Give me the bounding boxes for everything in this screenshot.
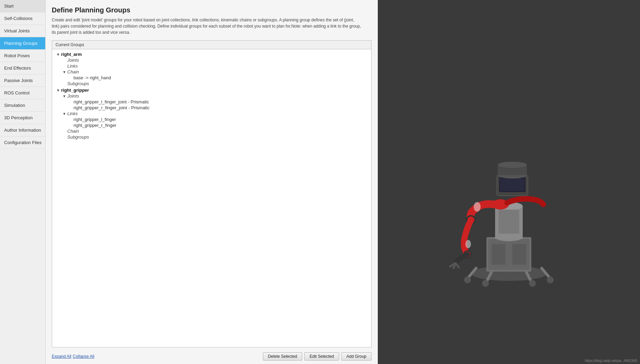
sidebar-item-3d-perception[interactable]: 3D Perception bbox=[0, 112, 45, 124]
tree-grandchild-node[interactable]: right_gripper_l_finger bbox=[69, 117, 370, 122]
tree-node[interactable]: ▼right_gripper bbox=[56, 87, 370, 93]
tree-child-node[interactable]: Links bbox=[62, 63, 370, 69]
tree-label: right_gripper_l_finger bbox=[73, 117, 116, 122]
tree-label: right_gripper_r_finger bbox=[73, 123, 116, 128]
robot-svg bbox=[440, 75, 578, 289]
action-buttons: Delete Selected Edit Selected Add Group bbox=[263, 352, 372, 361]
tree-label: Chain bbox=[67, 69, 79, 74]
tree-node[interactable]: ▼right_arm bbox=[56, 51, 370, 57]
tree-child-node[interactable]: ▼Chain bbox=[62, 69, 370, 75]
collapse-all-button[interactable]: Collapse All bbox=[73, 354, 95, 359]
delete-selected-button[interactable]: Delete Selected bbox=[263, 352, 303, 361]
sidebar-item-end-effectors[interactable]: End Effectors bbox=[0, 62, 45, 74]
tree-grandchild-node[interactable]: base -> right_hand bbox=[69, 75, 370, 81]
svg-point-22 bbox=[498, 162, 527, 168]
tree-label: Links bbox=[67, 63, 78, 69]
robot-visualization bbox=[378, 0, 640, 364]
tree-child-node[interactable]: ▼Joints bbox=[62, 93, 370, 99]
page-title: Define Planning Groups bbox=[52, 6, 372, 14]
svg-point-6 bbox=[547, 276, 554, 283]
url-bar: https://blog.oadp.net/pa...4461940 bbox=[585, 359, 637, 363]
tree-child-node[interactable]: Chain bbox=[62, 128, 370, 134]
tree-label: Subgroups bbox=[67, 81, 89, 86]
tree-container[interactable]: ▼right_armJointsLinks▼Chainbase -> right… bbox=[52, 49, 371, 347]
sidebar-item-self-collisions[interactable]: Self-Collisions bbox=[0, 12, 45, 25]
tree-child-node[interactable]: Subgroups bbox=[62, 81, 370, 87]
expand-collapse-links: Expand All Collapse All bbox=[52, 354, 94, 359]
sidebar-item-ros-control[interactable]: ROS Control bbox=[0, 87, 45, 99]
tree-caret: ▼ bbox=[62, 94, 67, 98]
sidebar-item-configuration-files[interactable]: Configuration Files bbox=[0, 136, 45, 149]
svg-line-30 bbox=[455, 263, 459, 267]
expand-all-button[interactable]: Expand All bbox=[52, 354, 71, 359]
groups-panel: Current Groups ▼right_armJointsLinks▼Cha… bbox=[52, 40, 372, 347]
tree-label: right_arm bbox=[61, 52, 82, 57]
groups-panel-header: Current Groups bbox=[52, 41, 371, 49]
tree-child-node[interactable]: Joints bbox=[62, 57, 370, 63]
tree-caret: ▼ bbox=[62, 70, 67, 74]
tree-caret: ▼ bbox=[56, 52, 61, 57]
tree-node-group: ▼right_gripper▼Jointsright_gripper_l_fin… bbox=[53, 87, 370, 140]
tree-child-node[interactable]: ▼Links bbox=[62, 111, 370, 117]
sidebar-item-author-information[interactable]: Author Information bbox=[0, 124, 45, 136]
sidebar-item-passive-joints[interactable]: Passive Joints bbox=[0, 74, 45, 87]
tree-grandchild-node[interactable]: right_gripper_r_finger_joint - Prismatic bbox=[69, 105, 370, 111]
svg-point-5 bbox=[464, 276, 471, 283]
page-description: Create and edit 'joint model' groups for… bbox=[52, 17, 362, 36]
tree-grandchild-node[interactable]: right_gripper_r_finger bbox=[69, 122, 370, 128]
tree-label: right_gripper_r_finger_joint - Prismatic bbox=[73, 105, 149, 110]
tree-label: right_gripper_l_finger_joint - Prismatic bbox=[73, 99, 149, 104]
tree-label: right_gripper bbox=[61, 88, 89, 93]
robot-panel: https://blog.oadp.net/pa...4461940 bbox=[378, 0, 640, 364]
main-content: Define Planning Groups Create and edit '… bbox=[46, 0, 378, 364]
svg-point-7 bbox=[482, 280, 489, 287]
svg-point-8 bbox=[529, 280, 536, 287]
add-group-button[interactable]: Add Group bbox=[341, 352, 372, 361]
svg-rect-19 bbox=[500, 178, 525, 191]
tree-label: Joints bbox=[67, 58, 79, 63]
tree-label: Joints bbox=[67, 93, 79, 99]
edit-selected-button[interactable]: Edit Selected bbox=[304, 352, 339, 361]
svg-rect-12 bbox=[512, 244, 526, 265]
sidebar-item-virtual-joints[interactable]: Virtual Joints bbox=[0, 25, 45, 37]
bottom-bar: Expand All Collapse All Delete Selected … bbox=[52, 350, 372, 364]
tree-grandchild-node[interactable]: right_gripper_l_finger_joint - Prismatic bbox=[69, 99, 370, 105]
svg-rect-11 bbox=[492, 244, 505, 265]
tree-node-group: ▼right_armJointsLinks▼Chainbase -> right… bbox=[53, 51, 370, 87]
tree-caret: ▼ bbox=[62, 112, 67, 116]
tree-label: Subgroups bbox=[67, 134, 89, 140]
sidebar-item-simulation[interactable]: Simulation bbox=[0, 99, 45, 112]
sidebar: StartSelf-CollisionsVirtual JointsPlanni… bbox=[0, 0, 46, 364]
svg-point-31 bbox=[474, 202, 481, 212]
sidebar-item-robot-poses[interactable]: Robot Poses bbox=[0, 50, 45, 62]
tree-caret: ▼ bbox=[56, 88, 61, 92]
svg-rect-16 bbox=[499, 210, 519, 234]
svg-point-32 bbox=[465, 240, 471, 248]
tree-child-node[interactable]: Subgroups bbox=[62, 134, 370, 140]
sidebar-item-start[interactable]: Start bbox=[0, 0, 45, 12]
tree-label: Chain bbox=[67, 129, 79, 134]
sidebar-item-planning-groups[interactable]: Planning Groups bbox=[0, 37, 45, 50]
tree-label: Links bbox=[67, 111, 78, 116]
tree-label: base -> right_hand bbox=[73, 75, 111, 80]
